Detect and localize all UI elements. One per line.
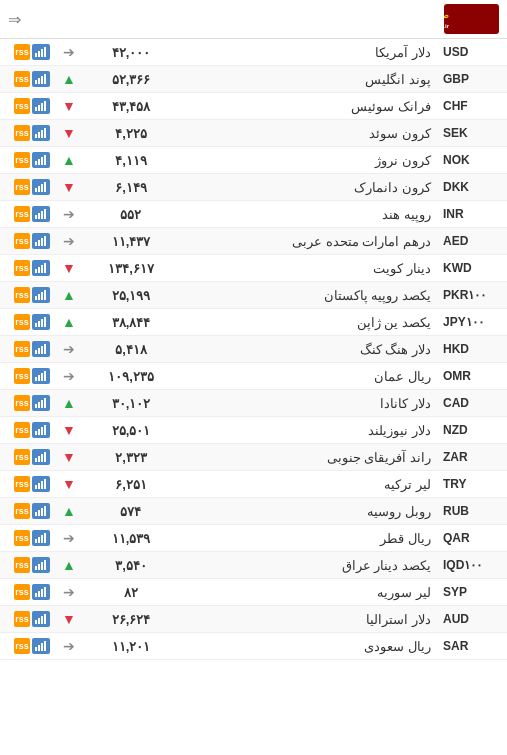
action-icons-cell[interactable]: rss [0,309,56,336]
rss-icon[interactable]: rss [14,260,30,276]
rss-icon[interactable]: rss [14,584,30,600]
chart-icon[interactable] [32,557,50,573]
rss-icon[interactable]: rss [14,314,30,330]
chart-icon[interactable] [32,449,50,465]
currency-price: ۵۷۴ [82,498,180,525]
chart-icon[interactable] [32,341,50,357]
table-row: OMR ریال عمان ۱۰۹,۲۳۵ ➔ rss [0,363,507,390]
action-icons-cell[interactable]: rss [0,93,56,120]
svg-rect-75 [35,539,37,543]
chart-icon[interactable] [32,125,50,141]
rss-icon[interactable]: rss [14,449,30,465]
trend-down-icon: ▼ [62,260,76,276]
rss-icon[interactable]: rss [14,476,30,492]
rss-icon[interactable]: rss [14,395,30,411]
chart-icon[interactable] [32,206,50,222]
chart-icon[interactable] [32,422,50,438]
currency-name: دینار کویت [180,255,437,282]
trend-down-icon: ▼ [62,611,76,627]
action-icons-cell[interactable]: rss [0,66,56,93]
action-icons-cell[interactable]: rss [0,228,56,255]
trend-cell: ▲ [56,282,82,309]
action-icons-cell[interactable]: rss [0,147,56,174]
currency-table-container: USD دلار آمریکا ۴۲,۰۰۰ ➔ rss [0,39,507,660]
action-icons-cell[interactable]: rss [0,525,56,552]
action-icons-cell[interactable]: rss [0,282,56,309]
rss-icon[interactable]: rss [14,71,30,87]
rss-icon[interactable]: rss [14,44,30,60]
chart-icon[interactable] [32,530,50,546]
currency-price: ۵۲,۳۶۶ [82,66,180,93]
table-row: SEK کرون سوئد ۴,۲۲۵ ▼ rss [0,120,507,147]
rss-icon[interactable]: rss [14,638,30,654]
svg-rect-80 [38,564,40,570]
svg-rect-27 [35,215,37,219]
action-icons-cell[interactable]: rss [0,444,56,471]
chart-icon[interactable] [32,152,50,168]
svg-rect-21 [41,157,43,165]
svg-rect-45 [41,319,43,327]
currency-table: USD دلار آمریکا ۴۲,۰۰۰ ➔ rss [0,39,507,660]
svg-rect-28 [38,213,40,219]
action-icons-cell[interactable]: rss [0,471,56,498]
chart-icon[interactable] [32,287,50,303]
svg-rect-89 [41,616,43,624]
action-icons-cell[interactable]: rss [0,201,56,228]
action-icons-cell[interactable]: rss [0,336,56,363]
trend-cell: ▼ [56,174,82,201]
svg-rect-86 [44,587,46,597]
svg-rect-48 [38,348,40,354]
svg-rect-46 [44,317,46,327]
rss-icon[interactable]: rss [14,530,30,546]
rss-icon[interactable]: rss [14,503,30,519]
chart-icon[interactable] [32,179,50,195]
chart-icon[interactable] [32,638,50,654]
action-icons-cell[interactable]: rss [0,174,56,201]
rss-icon[interactable]: rss [14,557,30,573]
currency-price: ۶,۲۵۱ [82,471,180,498]
chart-icon[interactable] [32,260,50,276]
chart-icon[interactable] [32,233,50,249]
currency-code: CHF [437,93,507,120]
action-icons-cell[interactable]: rss [0,633,56,660]
table-row: AED درهم امارات متحده عربی ۱۱,۴۳۷ ➔ rss [0,228,507,255]
action-icons-cell[interactable]: rss [0,255,56,282]
action-icons-cell[interactable]: rss [0,363,56,390]
trend-cell: ➔ [56,363,82,390]
action-icons-cell[interactable]: rss [0,39,56,66]
action-icons-cell[interactable]: rss [0,498,56,525]
rss-icon[interactable]: rss [14,611,30,627]
action-icons-cell[interactable]: rss [0,579,56,606]
currency-price: ۲۶,۶۲۴ [82,606,180,633]
chart-icon[interactable] [32,98,50,114]
rss-icon[interactable]: rss [14,206,30,222]
rss-icon[interactable]: rss [14,152,30,168]
rss-icon[interactable]: rss [14,422,30,438]
chart-icon[interactable] [32,503,50,519]
action-icons-cell[interactable]: rss [0,606,56,633]
svg-rect-19 [35,161,37,165]
chart-icon[interactable] [32,395,50,411]
rss-icon[interactable]: rss [14,341,30,357]
trend-neutral-icon: ➔ [63,206,75,222]
chart-icon[interactable] [32,611,50,627]
chart-icon[interactable] [32,71,50,87]
action-icons-cell[interactable]: rss [0,552,56,579]
svg-rect-16 [38,132,40,138]
rss-icon[interactable]: rss [14,233,30,249]
action-icons-cell[interactable]: rss [0,417,56,444]
svg-rect-59 [35,431,37,435]
chart-icon[interactable] [32,584,50,600]
rss-icon[interactable]: rss [14,179,30,195]
rss-icon[interactable]: rss [14,287,30,303]
rss-icon[interactable]: rss [14,98,30,114]
action-icons-cell[interactable]: rss [0,120,56,147]
chart-icon[interactable] [32,476,50,492]
chart-icon[interactable] [32,314,50,330]
rss-icon[interactable]: rss [14,125,30,141]
svg-rect-25 [41,184,43,192]
chart-icon[interactable] [32,368,50,384]
action-icons-cell[interactable]: rss [0,390,56,417]
chart-icon[interactable] [32,44,50,60]
rss-icon[interactable]: rss [14,368,30,384]
